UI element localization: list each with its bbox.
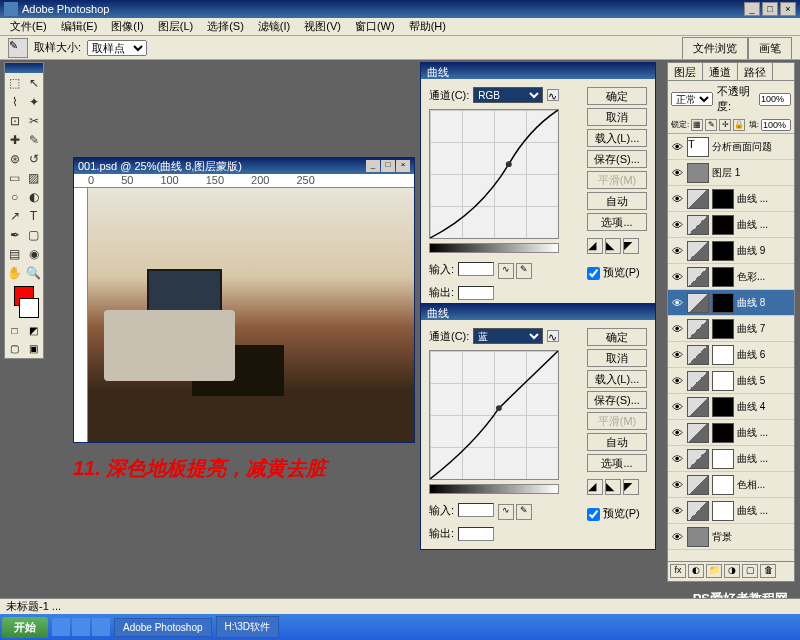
layer-row[interactable]: 👁曲线 ... bbox=[668, 446, 794, 472]
curve-tool-icon[interactable]: ∿ bbox=[498, 263, 514, 279]
eraser-tool[interactable]: ▭ bbox=[5, 168, 24, 187]
visibility-icon[interactable]: 👁 bbox=[670, 297, 684, 309]
visibility-icon[interactable]: 👁 bbox=[670, 349, 684, 361]
curves-graph-2[interactable] bbox=[429, 350, 559, 480]
layer-row[interactable]: 👁色彩... bbox=[668, 264, 794, 290]
quick-icon[interactable] bbox=[92, 618, 110, 636]
visibility-icon[interactable]: 👁 bbox=[670, 427, 684, 439]
standard-mode[interactable]: □ bbox=[5, 322, 24, 340]
layer-row[interactable]: 👁色相... bbox=[668, 472, 794, 498]
visibility-icon[interactable]: 👁 bbox=[670, 479, 684, 491]
notes-tool[interactable]: ▤ bbox=[5, 244, 24, 263]
visibility-icon[interactable]: 👁 bbox=[670, 245, 684, 257]
tab-brushes[interactable]: 画笔 bbox=[748, 37, 792, 59]
visibility-icon[interactable]: 👁 bbox=[670, 505, 684, 517]
menu-help[interactable]: 帮助(H) bbox=[403, 17, 452, 36]
quickmask-mode[interactable]: ◩ bbox=[24, 322, 43, 340]
eyedrop-black-icon[interactable]: ◢ bbox=[587, 479, 603, 495]
path-tool[interactable]: ↗ bbox=[5, 206, 24, 225]
visibility-icon[interactable]: 👁 bbox=[670, 375, 684, 387]
layer-row[interactable]: 👁图层 1 bbox=[668, 160, 794, 186]
options-button[interactable]: 选项... bbox=[587, 213, 647, 231]
output-field-2[interactable] bbox=[458, 527, 494, 541]
eyedropper-icon[interactable]: ✎ bbox=[8, 38, 28, 58]
visibility-icon[interactable]: 👁 bbox=[670, 453, 684, 465]
save-button[interactable]: 保存(S)... bbox=[587, 391, 647, 409]
fill-input[interactable] bbox=[761, 119, 791, 131]
ok-button[interactable]: 确定 bbox=[587, 328, 647, 346]
tab-paths[interactable]: 路径 bbox=[738, 63, 773, 80]
history-tool[interactable]: ↺ bbox=[24, 149, 43, 168]
heal-tool[interactable]: ✚ bbox=[5, 130, 24, 149]
lock-pixel-icon[interactable]: ✎ bbox=[705, 119, 717, 131]
lasso-tool[interactable]: ⌇ bbox=[5, 92, 24, 111]
maximize-button[interactable]: □ bbox=[762, 2, 778, 16]
close-button[interactable]: × bbox=[780, 2, 796, 16]
pen-tool[interactable]: ✒ bbox=[5, 225, 24, 244]
canvas[interactable] bbox=[88, 188, 414, 442]
input-field-2[interactable] bbox=[458, 503, 494, 517]
quick-icon[interactable] bbox=[72, 618, 90, 636]
visibility-icon[interactable]: 👁 bbox=[670, 167, 684, 179]
screen-mode-1[interactable]: ▢ bbox=[5, 340, 24, 358]
visibility-icon[interactable]: 👁 bbox=[670, 141, 684, 153]
tab-file-browser[interactable]: 文件浏览 bbox=[682, 37, 748, 59]
zoom-tool[interactable]: 🔍 bbox=[24, 263, 43, 282]
layer-row[interactable]: 👁背景 bbox=[668, 524, 794, 550]
visibility-icon[interactable]: 👁 bbox=[670, 401, 684, 413]
preview-checkbox[interactable] bbox=[587, 508, 600, 521]
slice-tool[interactable]: ✂ bbox=[24, 111, 43, 130]
layer-row[interactable]: 👁曲线 ... bbox=[668, 212, 794, 238]
curve-tool-icon[interactable]: ∿ bbox=[498, 504, 514, 520]
menu-view[interactable]: 视图(V) bbox=[298, 17, 347, 36]
cancel-button[interactable]: 取消 bbox=[587, 108, 647, 126]
gradient-tool[interactable]: ▨ bbox=[24, 168, 43, 187]
menu-edit[interactable]: 编辑(E) bbox=[55, 17, 104, 36]
lock-pos-icon[interactable]: ✢ bbox=[719, 119, 731, 131]
layer-row[interactable]: 👁曲线 4 bbox=[668, 394, 794, 420]
task-explorer[interactable]: H:\3D软件 bbox=[216, 616, 280, 638]
menu-file[interactable]: 文件(E) bbox=[4, 17, 53, 36]
layer-row[interactable]: 👁曲线 9 bbox=[668, 238, 794, 264]
channel-select-1[interactable]: RGB bbox=[473, 87, 543, 103]
eyedrop-black-icon[interactable]: ◢ bbox=[587, 238, 603, 254]
menu-filter[interactable]: 滤镜(I) bbox=[252, 17, 296, 36]
layer-row[interactable]: 👁曲线 ... bbox=[668, 186, 794, 212]
opacity-input[interactable] bbox=[759, 93, 791, 106]
eyedrop-gray-icon[interactable]: ◣ bbox=[605, 238, 621, 254]
layer-row[interactable]: 👁曲线 ... bbox=[668, 498, 794, 524]
tab-channels[interactable]: 通道 bbox=[703, 63, 738, 80]
options-button[interactable]: 选项... bbox=[587, 454, 647, 472]
ok-button[interactable]: 确定 bbox=[587, 87, 647, 105]
menu-image[interactable]: 图像(I) bbox=[105, 17, 149, 36]
move-tool[interactable]: ↖ bbox=[24, 73, 43, 92]
input-field[interactable] bbox=[458, 262, 494, 276]
wand-tool[interactable]: ✦ bbox=[24, 92, 43, 111]
visibility-icon[interactable]: 👁 bbox=[670, 271, 684, 283]
fx-icon[interactable]: fx bbox=[670, 564, 686, 578]
channel-select-2[interactable]: 蓝 bbox=[473, 328, 543, 344]
eyedrop-white-icon[interactable]: ◤ bbox=[623, 479, 639, 495]
background-color[interactable] bbox=[19, 298, 39, 318]
load-button[interactable]: 载入(L)... bbox=[587, 370, 647, 388]
screen-mode-2[interactable]: ▣ bbox=[24, 340, 43, 358]
layer-row[interactable]: 👁曲线 5 bbox=[668, 368, 794, 394]
doc-min[interactable]: _ bbox=[366, 160, 380, 172]
load-button[interactable]: 载入(L)... bbox=[587, 129, 647, 147]
layer-row[interactable]: 👁曲线 7 bbox=[668, 316, 794, 342]
layer-row[interactable]: 👁曲线 8 bbox=[668, 290, 794, 316]
folder-icon[interactable]: 📁 bbox=[706, 564, 722, 578]
layer-row[interactable]: 👁曲线 6 bbox=[668, 342, 794, 368]
minimize-button[interactable]: _ bbox=[744, 2, 760, 16]
smooth-button[interactable]: 平滑(M) bbox=[587, 171, 647, 189]
quick-icon[interactable] bbox=[52, 618, 70, 636]
save-button[interactable]: 保存(S)... bbox=[587, 150, 647, 168]
menu-layer[interactable]: 图层(L) bbox=[152, 17, 199, 36]
curves-graph-1[interactable] bbox=[429, 109, 559, 239]
layer-row[interactable]: 👁曲线 ... bbox=[668, 420, 794, 446]
new-layer-icon[interactable]: ▢ bbox=[742, 564, 758, 578]
type-tool[interactable]: T bbox=[24, 206, 43, 225]
sample-size-select[interactable]: 取样点 bbox=[87, 40, 147, 56]
hand-tool[interactable]: ✋ bbox=[5, 263, 24, 282]
blur-tool[interactable]: ○ bbox=[5, 187, 24, 206]
